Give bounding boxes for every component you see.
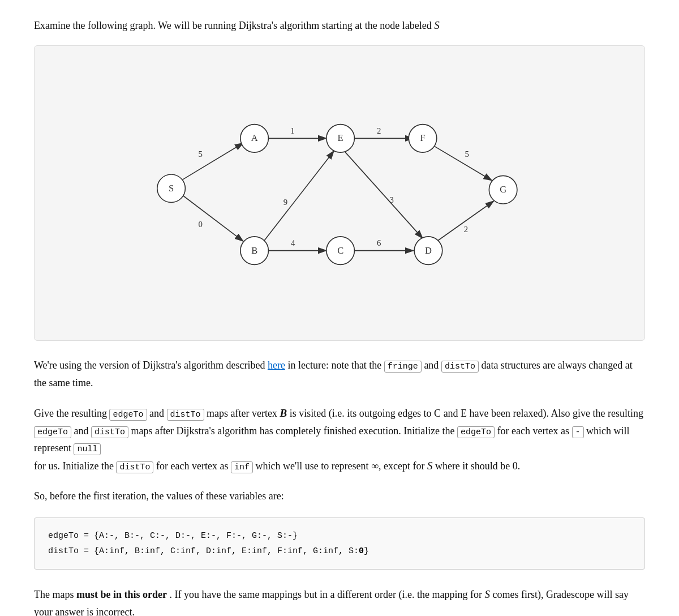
s2-line1-rest: is visited (i.e. its outgoing edges to C… xyxy=(290,408,643,419)
code-line2-prefix: distTo = {A:inf, B:inf, C:inf, D:inf, E:… xyxy=(48,546,359,556)
node-label-c: C xyxy=(337,245,343,256)
edge-label-e-d: 3 xyxy=(389,195,393,204)
null-code: null xyxy=(74,443,101,455)
s2-line4-end: where it should be 0. xyxy=(435,460,520,472)
s1-and: and xyxy=(424,360,439,371)
s2-line4-rest: which we'll use to represent ∞, except f… xyxy=(255,460,424,472)
edge-label-s-b: 0 xyxy=(199,220,203,229)
edge-label-s-a: 5 xyxy=(199,150,203,159)
vertex-b: B xyxy=(280,407,287,419)
graph-svg: 5 0 1 2 3 9 4 6 5 2 S A xyxy=(124,57,555,329)
edgeto-code-1: edgeTo xyxy=(109,409,147,421)
section3-paragraph: So, before the first iteration, the valu… xyxy=(34,487,645,505)
node-label-f: F xyxy=(420,133,425,144)
edge-e-d xyxy=(344,151,423,238)
distto-code-4: distTo xyxy=(116,461,153,473)
node-label-b: B xyxy=(251,245,257,256)
code-line-2: distTo = {A:inf, B:inf, C:inf, D:inf, E:… xyxy=(48,544,631,559)
intro-text: Examine the following graph. We will be … xyxy=(34,20,432,31)
s2-line1-start: Give the resulting xyxy=(34,408,107,419)
vertex-s-1: S xyxy=(427,460,433,472)
section2-paragraph: Give the resulting edgeTo and distTo map… xyxy=(34,404,645,476)
s2-line3-text: for each vertex as xyxy=(497,425,569,437)
s2-line4-text: for each vertex as xyxy=(156,460,228,472)
distto-code-3: distTo xyxy=(91,426,128,438)
distto-code-1: distTo xyxy=(441,361,479,373)
fringe-code: fringe xyxy=(384,361,422,373)
distto-code-2: distTo xyxy=(167,409,204,421)
code-block: edgeTo = {A:-, B:-, C:-, D:-, E:-, F:-, … xyxy=(34,517,645,570)
edge-label-c-d: 6 xyxy=(377,239,381,248)
s3-text: So, before the first iteration, the valu… xyxy=(34,490,284,502)
code-line-1: edgeTo = {A:-, B:-, C:-, D:-, E:-, F:-, … xyxy=(48,528,631,544)
edge-d-g xyxy=(433,201,493,244)
edge-label-a-e: 1 xyxy=(290,126,294,135)
here-link[interactable]: here xyxy=(268,360,285,371)
s1-text-after-link: in lecture: note that the xyxy=(287,360,381,371)
edge-label-b-e: 9 xyxy=(283,198,287,207)
s2-and2: and xyxy=(74,425,89,437)
node-label-d: D xyxy=(425,245,432,256)
code-line2-suffix: } xyxy=(364,546,369,556)
node-label-s: S xyxy=(169,183,174,194)
code-line2-zero: 0 xyxy=(359,546,364,556)
node-label-e: E xyxy=(338,133,343,144)
edgeto-code-3: edgeTo xyxy=(457,426,495,438)
inf-code: inf xyxy=(231,461,253,473)
vertex-s-2: S xyxy=(485,588,491,600)
edge-label-e-f: 2 xyxy=(377,126,381,135)
section4-paragraph: The maps must be in this order . If you … xyxy=(34,585,645,616)
section1-paragraph: We're using the version of Dijkstra's al… xyxy=(34,357,645,391)
dash-code: - xyxy=(572,426,584,438)
edge-s-a xyxy=(179,143,243,182)
edge-label-d-g: 2 xyxy=(464,225,468,234)
edge-s-b xyxy=(179,193,243,241)
edge-label-b-c: 4 xyxy=(291,239,295,248)
node-label-a: A xyxy=(251,133,258,144)
s2-and1: and xyxy=(149,408,164,419)
graph-container: 5 0 1 2 3 9 4 6 5 2 S A xyxy=(34,45,645,341)
edge-f-g xyxy=(432,145,492,181)
intro-node-label: S xyxy=(434,19,440,31)
edge-label-f-g: 5 xyxy=(465,150,469,159)
edgeto-code-2: edgeTo xyxy=(34,426,71,438)
s2-line3-end: for us. Initialize the xyxy=(34,460,114,472)
edge-b-e xyxy=(264,151,334,241)
code-line1-text: edgeTo = {A:-, B:-, C:-, D:-, E:-, F:-, … xyxy=(48,531,298,541)
s4-text-start: The maps xyxy=(34,589,74,600)
s4-bold-text: must be in this order xyxy=(76,589,167,600)
s4-text-end: . If you have the same mappings but in a… xyxy=(170,589,483,600)
s2-line1-end: maps after vertex xyxy=(207,408,277,419)
s2-line2-rest: maps after Dijkstra's algorithm has comp… xyxy=(131,425,455,437)
node-label-g: G xyxy=(500,185,506,195)
s1-text-before-link: We're using the version of Dijkstra's al… xyxy=(34,360,265,371)
intro-paragraph: Examine the following graph. We will be … xyxy=(34,17,645,34)
